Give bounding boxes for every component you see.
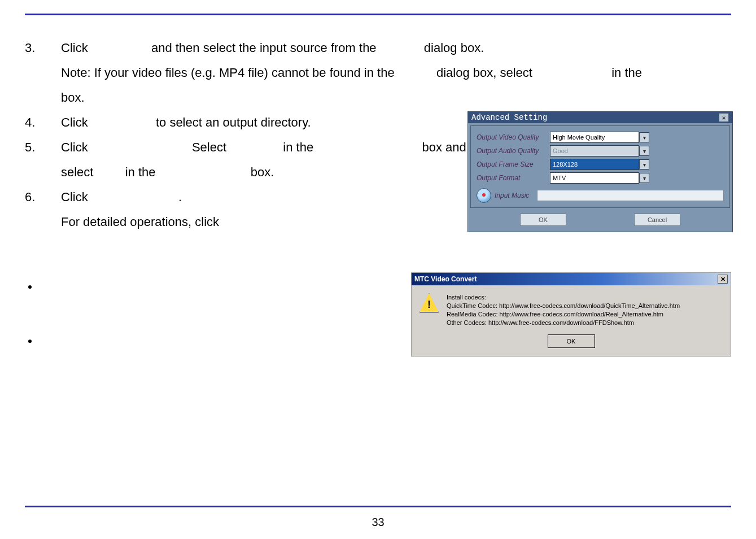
step-6-b: . bbox=[178, 190, 182, 204]
label-output-video-quality: Output Video Quality bbox=[477, 133, 550, 141]
step-3-num: 3. bbox=[25, 36, 61, 60]
advanced-setting-dialog: Advanced Setting ✕ Output Video Quality … bbox=[467, 111, 733, 232]
step-4-num: 4. bbox=[25, 110, 61, 135]
close-icon[interactable]: ✕ bbox=[718, 275, 728, 284]
step-3-note: Note: If your video files (e.g. MP4 file… bbox=[25, 60, 731, 110]
label-output-frame-size: Output Frame Size bbox=[477, 160, 550, 168]
ok-button[interactable]: OK bbox=[548, 334, 595, 348]
step-3: 3. Click and then select the input sourc… bbox=[25, 36, 731, 60]
step-6-a: Click bbox=[61, 190, 88, 204]
select-output-frame-size[interactable]: 128X128 bbox=[550, 159, 639, 170]
chevron-down-icon[interactable]: ▾ bbox=[639, 132, 649, 142]
mtc-heading: Install codecs: bbox=[447, 293, 680, 302]
step-5-num: 5. bbox=[25, 135, 61, 160]
close-icon[interactable]: ✕ bbox=[719, 113, 729, 122]
row-output-format: Output Format MTV ▾ bbox=[477, 172, 724, 184]
step-3-note-d: box. bbox=[61, 90, 85, 105]
music-icon[interactable] bbox=[477, 188, 491, 203]
step-3-end: dialog box. bbox=[424, 41, 484, 55]
step-3-note-a: Note: If your video files (e.g. MP4 file… bbox=[61, 66, 395, 80]
step-6-num: 6. bbox=[25, 185, 61, 210]
warning-icon bbox=[419, 293, 439, 312]
step-4-a: Click bbox=[61, 115, 88, 129]
step-5-d: box and bbox=[422, 140, 466, 154]
mtc-line3: Other Codecs: http://www.free-codecs.com… bbox=[447, 319, 680, 327]
step-3-mid: and then select the input source from th… bbox=[151, 41, 377, 55]
bullet-icon bbox=[28, 285, 32, 289]
top-rule bbox=[25, 14, 731, 15]
mtc-line2: RealMedia Codec: http://www.free-codecs.… bbox=[447, 310, 680, 319]
mtc-line1: QuickTime Codec: http://www.free-codecs.… bbox=[447, 302, 680, 310]
step-5-a: Click bbox=[61, 140, 88, 154]
step-3-click: Click bbox=[61, 41, 88, 55]
select-output-format[interactable]: MTV bbox=[550, 172, 639, 184]
step-4-b: to select an output directory. bbox=[156, 115, 311, 129]
mtc-title: MTC Video Convert bbox=[414, 275, 477, 283]
cancel-button[interactable]: Cancel bbox=[634, 214, 680, 226]
advanced-setting-titlebar: Advanced Setting ✕ bbox=[468, 112, 732, 123]
row-output-audio-quality: Output Audio Quality Good ▾ bbox=[477, 145, 724, 157]
step-5-b: Select bbox=[192, 140, 226, 154]
mtc-titlebar: MTC Video Convert ✕ bbox=[412, 273, 731, 285]
step-3-note-c: in the bbox=[611, 66, 642, 80]
step-5-c: in the bbox=[283, 140, 313, 154]
step-6b-a: For detailed operations, click bbox=[61, 215, 219, 229]
row-input-music: Input Music bbox=[477, 188, 724, 203]
chevron-down-icon[interactable]: ▾ bbox=[639, 173, 649, 183]
row-output-video-quality: Output Video Quality High Movie Quality … bbox=[477, 132, 724, 143]
select-output-video-quality[interactable]: High Movie Quality bbox=[550, 132, 639, 143]
label-input-music: Input Music bbox=[495, 192, 529, 199]
mtc-video-convert-dialog: MTC Video Convert ✕ Install codecs: Quic… bbox=[411, 272, 731, 357]
row-output-frame-size: Output Frame Size 128X128 ▾ bbox=[477, 159, 724, 170]
bullet-icon bbox=[28, 340, 32, 343]
ok-button[interactable]: OK bbox=[520, 214, 566, 226]
chevron-down-icon[interactable]: ▾ bbox=[639, 159, 649, 169]
step-3-note-b: dialog box, select bbox=[436, 66, 532, 80]
chevron-down-icon[interactable]: ▾ bbox=[639, 146, 649, 156]
advanced-setting-title: Advanced Setting bbox=[471, 113, 547, 122]
label-output-format: Output Format bbox=[477, 174, 550, 182]
input-music-field[interactable] bbox=[537, 190, 724, 201]
bottom-rule bbox=[25, 506, 731, 507]
step-5b-c: box. bbox=[251, 165, 274, 179]
mtc-message: Install codecs: QuickTime Codec: http://… bbox=[447, 293, 680, 327]
step-5b-b: in the bbox=[125, 165, 156, 179]
label-output-audio-quality: Output Audio Quality bbox=[477, 147, 550, 155]
page-number: 33 bbox=[0, 516, 756, 529]
step-5b-a: select bbox=[61, 165, 93, 179]
select-output-audio-quality[interactable]: Good bbox=[550, 145, 639, 157]
